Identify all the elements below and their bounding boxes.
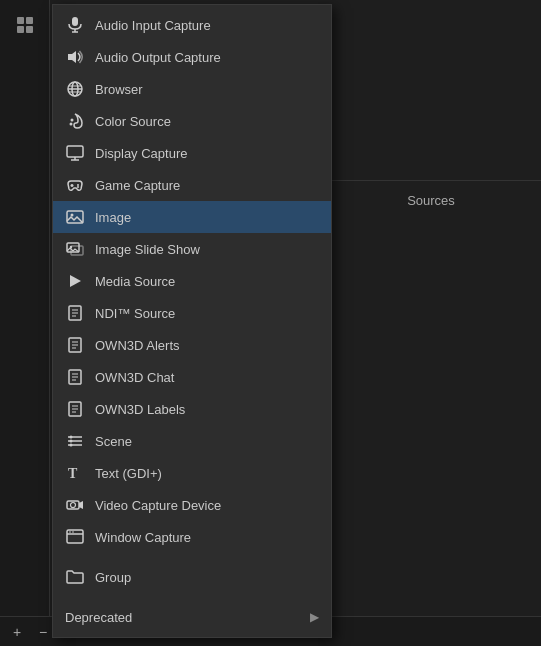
svg-point-57: [72, 531, 74, 533]
left-sidebar: [0, 0, 50, 646]
menu-label-group: Group: [95, 570, 319, 585]
menu-item-color-source[interactable]: Color Source: [53, 105, 331, 137]
menu-label-media-source: Media Source: [95, 274, 319, 289]
menu-label-image: Image: [95, 210, 319, 225]
play-icon: [65, 271, 85, 291]
svg-marker-7: [68, 51, 76, 63]
menu-label-video-capture-device: Video Capture Device: [95, 498, 319, 513]
menu-label-scene: Scene: [95, 434, 319, 449]
chevron-right-icon: ▶: [310, 610, 319, 624]
menu-label-own3d-labels: OWN3D Labels: [95, 402, 319, 417]
menu-item-own3d-alerts[interactable]: OWN3D Alerts: [53, 329, 331, 361]
slides-icon: [65, 239, 85, 259]
own3d-alerts-icon: [65, 335, 85, 355]
menu-item-own3d-labels[interactable]: OWN3D Labels: [53, 393, 331, 425]
menu-item-ndi-source[interactable]: NDI™ Source: [53, 297, 331, 329]
menu-item-media-source[interactable]: Media Source: [53, 265, 331, 297]
menu-label-window-capture: Window Capture: [95, 530, 319, 545]
own3d-chat-icon: [65, 367, 85, 387]
sources-label: Sources: [407, 193, 455, 208]
globe-icon: [65, 79, 85, 99]
menu-item-browser[interactable]: Browser: [53, 73, 331, 105]
svg-point-48: [70, 440, 73, 443]
menu-separator: [53, 553, 331, 561]
menu-item-audio-output-capture[interactable]: Audio Output Capture: [53, 41, 331, 73]
svg-marker-27: [70, 275, 81, 287]
svg-point-14: [71, 119, 74, 122]
menu-separator-2: [53, 593, 331, 601]
scene-icon: [65, 431, 85, 451]
remove-button[interactable]: −: [34, 623, 52, 641]
menu-label-own3d-chat: OWN3D Chat: [95, 370, 319, 385]
camera-icon: [65, 495, 85, 515]
menu-item-window-capture[interactable]: Window Capture: [53, 521, 331, 553]
svg-rect-0: [17, 17, 24, 24]
menu-label-color-source: Color Source: [95, 114, 319, 129]
menu-item-audio-input-capture[interactable]: Audio Input Capture: [53, 9, 331, 41]
context-menu: Audio Input Capture Audio Output Capture…: [52, 4, 332, 638]
menu-label-display-capture: Display Capture: [95, 146, 319, 161]
menu-item-group[interactable]: Group: [53, 561, 331, 593]
menu-item-game-capture[interactable]: Game Capture: [53, 169, 331, 201]
mic-icon: [65, 15, 85, 35]
svg-point-20: [77, 184, 79, 186]
sidebar-icon-grid: [10, 10, 40, 40]
window-icon: [65, 527, 85, 547]
menu-label-audio-output-capture: Audio Output Capture: [95, 50, 319, 65]
svg-rect-3: [26, 26, 33, 33]
image-icon: [65, 207, 85, 227]
menu-item-text-gdi[interactable]: T Text (GDI+): [53, 457, 331, 489]
menu-item-video-capture-device[interactable]: Video Capture Device: [53, 489, 331, 521]
monitor-icon: [65, 143, 85, 163]
ndi-icon: [65, 303, 85, 323]
svg-point-13: [70, 123, 73, 126]
speaker-icon: [65, 47, 85, 67]
own3d-labels-icon: [65, 399, 85, 419]
sources-panel: Sources: [321, 180, 541, 220]
menu-item-image[interactable]: Image: [53, 201, 331, 233]
menu-item-display-capture[interactable]: Display Capture: [53, 137, 331, 169]
menu-label-deprecated: Deprecated: [65, 610, 300, 625]
svg-text:T: T: [68, 466, 78, 481]
svg-point-21: [77, 186, 79, 188]
svg-rect-4: [72, 17, 78, 26]
svg-rect-1: [26, 17, 33, 24]
menu-label-audio-input-capture: Audio Input Capture: [95, 18, 319, 33]
svg-point-53: [71, 503, 76, 508]
menu-label-text-gdi: Text (GDI+): [95, 466, 319, 481]
menu-item-deprecated[interactable]: Deprecated ▶: [53, 601, 331, 633]
gamepad-icon: [65, 175, 85, 195]
add-button[interactable]: +: [8, 623, 26, 641]
menu-label-game-capture: Game Capture: [95, 178, 319, 193]
menu-label-image-slide-show: Image Slide Show: [95, 242, 319, 257]
menu-label-own3d-alerts: OWN3D Alerts: [95, 338, 319, 353]
svg-point-56: [69, 531, 71, 533]
menu-item-own3d-chat[interactable]: OWN3D Chat: [53, 361, 331, 393]
svg-point-47: [70, 436, 73, 439]
menu-label-browser: Browser: [95, 82, 319, 97]
svg-rect-2: [17, 26, 24, 33]
menu-item-scene[interactable]: Scene: [53, 425, 331, 457]
svg-point-49: [70, 444, 73, 447]
folder-icon: [65, 567, 85, 587]
svg-rect-15: [67, 146, 83, 157]
menu-item-image-slide-show[interactable]: Image Slide Show: [53, 233, 331, 265]
text-icon: T: [65, 463, 85, 483]
menu-label-ndi-source: NDI™ Source: [95, 306, 319, 321]
palette-icon: [65, 111, 85, 131]
